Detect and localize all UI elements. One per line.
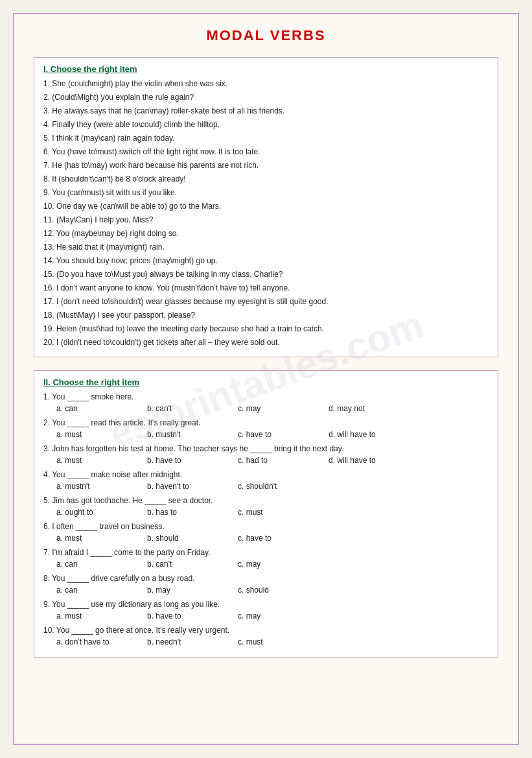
section-1-title: I. Choose the right item: [43, 64, 489, 74]
options-row: a. mustb. have toc. may: [43, 611, 489, 621]
question-text: 4. You _____ make noise after midnight.: [43, 469, 489, 480]
list-item: 2. (Could\Might) you explain the rule ag…: [43, 91, 489, 103]
list-item: 19. Helen (must\had to) leave the meetin…: [43, 323, 489, 335]
question-text: 6. I often _____ travel on business.: [43, 521, 489, 532]
list-item: 14. You should buy now; prices (may\migh…: [43, 255, 489, 266]
option: b. has to: [147, 508, 218, 517]
option: a. can: [56, 586, 128, 595]
question-text: 5. Jim has got toothache. He _____ see a…: [43, 495, 489, 506]
option: c. have to: [238, 534, 309, 543]
options-row: a. canb. mayc. should: [43, 586, 489, 595]
option: b. have to: [147, 456, 218, 465]
option: a. don't have to: [56, 637, 128, 646]
question-text: 3. John has forgotten his test at home. …: [43, 443, 489, 455]
options-row: a. mustb. mustn'tc. have tod. will have …: [43, 430, 489, 439]
mc-question: 7. I'm afraid I _____ come to the party …: [43, 547, 489, 569]
mc-question: 3. John has forgotten his test at home. …: [43, 443, 489, 465]
option: b. needn't: [147, 637, 218, 646]
options-row: a. mustn'tb. haven't toc. shouldn't: [43, 482, 489, 491]
option: c. may: [238, 611, 309, 621]
list-item: 10. One day we (can\will be able to) go …: [43, 200, 489, 212]
question-text: 7. I'm afraid I _____ come to the party …: [43, 547, 489, 558]
option: a. can: [56, 560, 128, 569]
option: d. will have to: [329, 456, 400, 465]
question-text: 2. You _____ read this article. It's rea…: [43, 417, 489, 429]
question-text: 10. You _____ go there at once. It's rea…: [43, 624, 489, 636]
list-item: 6. You (have to\must) switch off the lig…: [43, 146, 489, 158]
list-item: 12. You (maybe\may be) right doing so.: [43, 228, 489, 239]
option: b. may: [147, 586, 218, 595]
option: c. must: [238, 508, 309, 517]
list-item: 4. Finally they (were able to\could) cli…: [43, 119, 489, 130]
list-item: 5. I think it (may\can) rain again today…: [43, 132, 489, 144]
list-item: 15. (Do you have to\Must you) always be …: [43, 268, 489, 280]
list-item: 8. It (shouldn't\can't) be 8 o'clock alr…: [43, 173, 489, 185]
list-item: 11. (May\Can) I help you, Miss?: [43, 214, 489, 226]
option: c. should: [238, 586, 309, 595]
question-text: 9. You _____ use my dictionary as long a…: [43, 598, 489, 610]
mc-question: 2. You _____ read this article. It's rea…: [43, 417, 489, 439]
option: d. may not: [329, 404, 400, 413]
option: b. can't: [147, 560, 218, 569]
list-item: 16. I don't want anyone to know. You (mu…: [43, 282, 489, 294]
option: a. mustn't: [56, 482, 128, 491]
list-item: 7. He (has to\may) work hard because his…: [43, 160, 489, 171]
mc-question: 5. Jim has got toothache. He _____ see a…: [43, 495, 489, 517]
mc-question: 8. You _____ drive carefully on a busy r…: [43, 573, 489, 595]
option: d. will have to: [329, 430, 400, 439]
list-item: 9. You (can\must) sit with us if you lik…: [43, 187, 489, 198]
list-item: 1. She (could\might) play the violin whe…: [43, 78, 489, 89]
mc-question: 10. You _____ go there at once. It's rea…: [43, 624, 489, 646]
option: c. may: [238, 404, 309, 413]
mc-question: 6. I often _____ travel on business.a. m…: [43, 521, 489, 543]
list-item: 20. I (didn't need to\couldn't) get tick…: [43, 337, 489, 348]
options-row: a. ought tob. has toc. must: [43, 508, 489, 517]
option: a. must: [56, 456, 128, 465]
mc-question: 9. You _____ use my dictionary as long a…: [43, 598, 489, 621]
list-item: 17. I (don't need to\shouldn't) wear gla…: [43, 296, 489, 307]
options-row: a. mustb. have toc. had tod. will have t…: [43, 456, 489, 465]
option: a. must: [56, 611, 128, 621]
section-2-title: II. Choose the right item: [43, 377, 489, 387]
option: c. may: [238, 560, 309, 569]
list-item: 13. He said that it (may\might) rain.: [43, 241, 489, 253]
option: a. must: [56, 534, 128, 543]
option: c. had to: [238, 456, 309, 465]
options-row: a. canb. can'tc. may: [43, 560, 489, 569]
section-1-list: 1. She (could\might) play the violin whe…: [43, 78, 489, 348]
option: c. shouldn't: [238, 482, 309, 491]
list-item: 3. He always says that he (can\may) roll…: [43, 105, 489, 117]
option: b. should: [147, 534, 218, 543]
options-row: a. canb. can'tc. mayd. may not: [43, 404, 489, 413]
list-item: 18. (Must\May) I see your passport, plea…: [43, 309, 489, 321]
option: b. can't: [147, 404, 218, 413]
mc-question: 1. You _____ smoke here.a. canb. can'tc.…: [43, 391, 489, 413]
option: c. must: [238, 637, 309, 646]
option: a. must: [56, 430, 128, 439]
option: a. can: [56, 404, 128, 413]
option: b. have to: [147, 611, 218, 621]
mc-question: 4. You _____ make noise after midnight.a…: [43, 469, 489, 491]
option: c. have to: [238, 430, 309, 439]
option: b. haven't to: [147, 482, 218, 491]
section-2: II. Choose the right item 1. You _____ s…: [34, 370, 498, 657]
section-1: I. Choose the right item 1. She (could\m…: [34, 57, 498, 357]
option: a. ought to: [56, 508, 128, 517]
question-text: 1. You _____ smoke here.: [43, 391, 489, 403]
options-row: a. mustb. shouldc. have to: [43, 534, 489, 543]
section-2-questions: 1. You _____ smoke here.a. canb. can'tc.…: [43, 391, 489, 646]
page-title: MODAL VERBS: [34, 27, 498, 44]
options-row: a. don't have tob. needn'tc. must: [43, 637, 489, 646]
option: b. mustn't: [147, 430, 218, 439]
question-text: 8. You _____ drive carefully on a busy r…: [43, 573, 489, 584]
